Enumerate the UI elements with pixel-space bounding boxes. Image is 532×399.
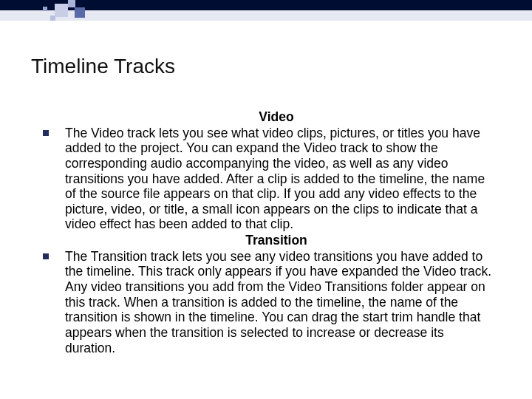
slide: Timeline Tracks Video The Video track le… xyxy=(0,0,532,399)
bullet-text: The Video track lets you see what video … xyxy=(65,126,497,232)
slide-title: Timeline Tracks xyxy=(31,55,175,78)
accent-square-icon xyxy=(68,0,75,7)
bullet-text: The Transition track lets you see any vi… xyxy=(65,249,497,355)
section-heading-video: Video xyxy=(56,109,497,125)
bullet-square-icon xyxy=(43,253,49,259)
accent-square-icon xyxy=(55,4,68,17)
bullet-item: The Transition track lets you see any vi… xyxy=(56,249,497,355)
bullet-item: The Video track lets you see what video … xyxy=(56,126,497,232)
accent-square-icon xyxy=(75,7,85,18)
section-heading-transition: Transition xyxy=(56,233,497,248)
accent-square-icon xyxy=(50,16,55,21)
slide-body: Video The Video track lets you see what … xyxy=(56,109,497,356)
accent-square-icon xyxy=(43,7,47,11)
bullet-square-icon xyxy=(43,130,49,136)
accent-bar xyxy=(0,0,532,21)
